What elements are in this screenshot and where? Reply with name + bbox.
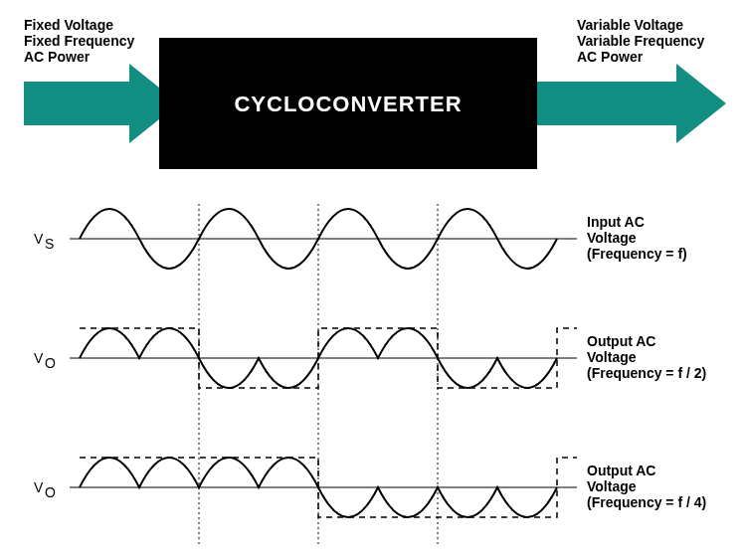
vs-subscript: S [45,236,54,252]
output-label-line1: Variable Voltage [577,17,683,33]
vs-desc-1: Input AC [587,214,645,230]
vo-quarter-desc-3: (Frequency = f / 4) [587,494,706,510]
svg-marker-1 [537,64,726,143]
input-label-line3: AC Power [24,49,91,65]
input-arrow-icon [24,64,179,143]
vo-half-symbol: V [34,350,44,366]
vo-half-subscript: O [45,355,56,371]
output-label-line3: AC Power [577,49,644,65]
output-arrow-icon [537,64,726,143]
vo-half-desc-2: Voltage [587,349,637,365]
vo-quarter-desc-2: Voltage [587,478,637,494]
vo-half-desc-1: Output AC [587,333,655,349]
vo-half-plot: V O Output AC Voltage (Frequency = f / 2… [34,328,706,388]
svg-marker-0 [24,64,179,143]
vo-quarter-plot: V O Output AC Voltage (Frequency = f / 4… [34,458,706,517]
vs-plot: V S Input AC Voltage (Frequency = f) [34,209,687,269]
vs-desc-2: Voltage [587,230,637,246]
vo-half-desc-3: (Frequency = f / 2) [587,365,706,381]
output-label-line2: Variable Frequency [577,33,705,49]
input-label-line1: Fixed Voltage [24,17,113,33]
converter-block-title: CYCLOCONVERTER [234,92,462,116]
vo-quarter-desc-1: Output AC [587,463,655,478]
vo-quarter-subscript: O [45,484,56,500]
vs-desc-3: (Frequency = f) [587,246,687,262]
vs-symbol: V [34,231,44,247]
cycloconverter-diagram: Fixed Voltage Fixed Frequency AC Power V… [10,10,736,552]
input-label-line2: Fixed Frequency [24,33,134,49]
vo-quarter-symbol: V [34,479,44,495]
